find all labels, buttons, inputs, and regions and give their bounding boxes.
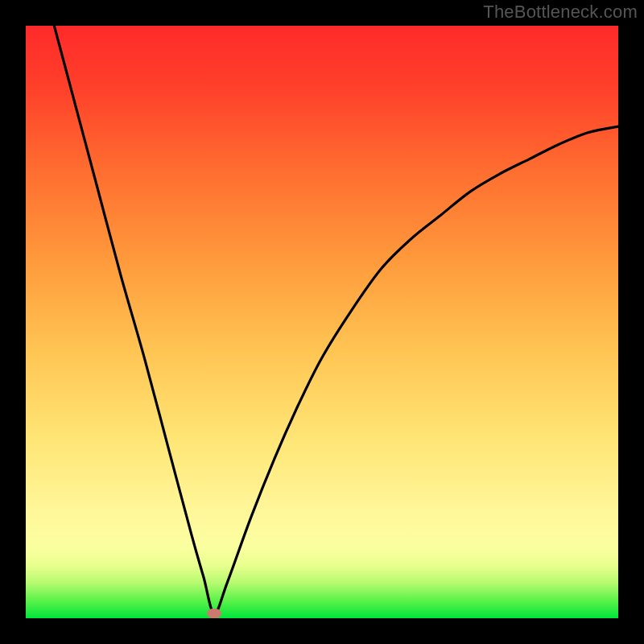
optimum-marker: [207, 609, 221, 618]
plot-area: [26, 26, 618, 618]
bottleneck-curve: [26, 26, 618, 618]
watermark-text: TheBottleneck.com: [483, 2, 638, 23]
chart-frame: TheBottleneck.com: [0, 0, 644, 644]
